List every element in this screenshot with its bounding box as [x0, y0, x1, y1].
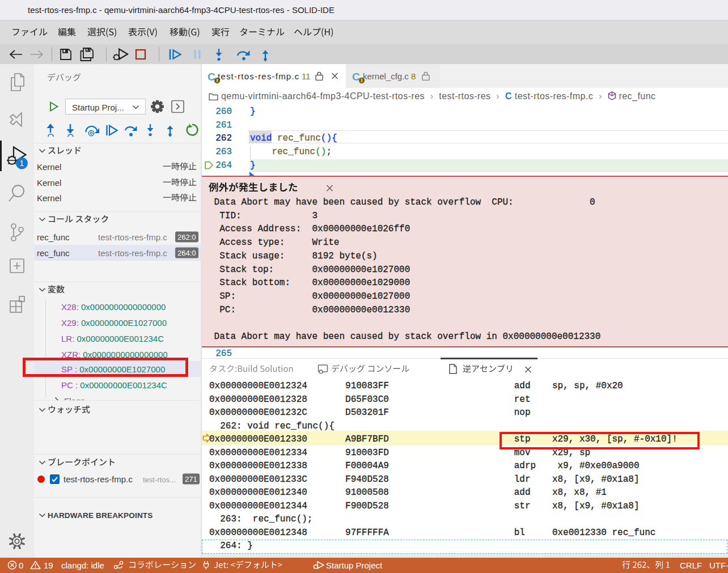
svg-text:1: 1 [20, 159, 24, 168]
